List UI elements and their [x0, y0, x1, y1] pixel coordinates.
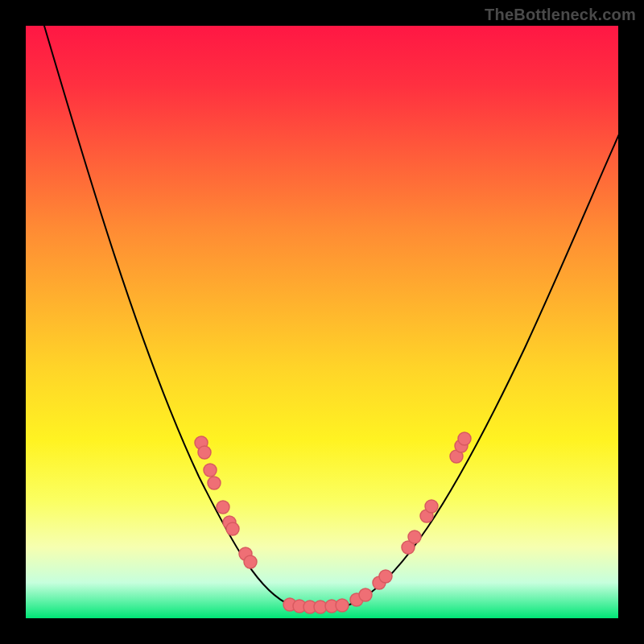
- chart-container: TheBottleneck.com: [0, 0, 644, 644]
- watermark-text: TheBottleneck.com: [485, 5, 636, 24]
- plot-background: [26, 26, 618, 618]
